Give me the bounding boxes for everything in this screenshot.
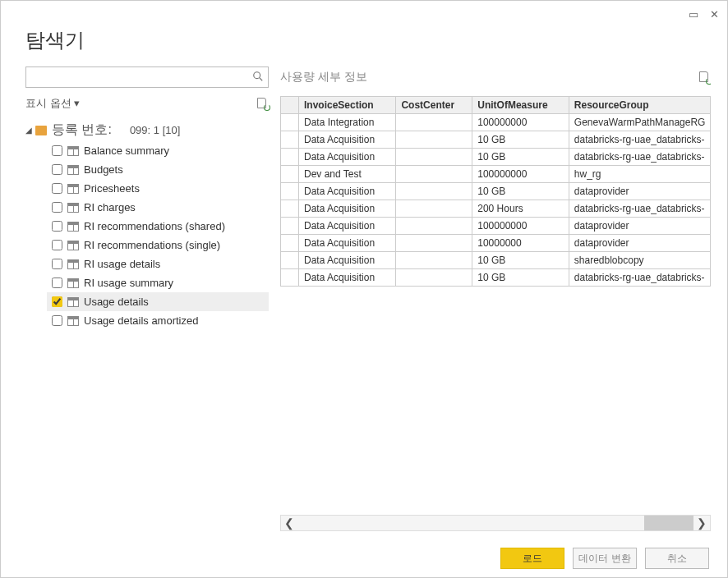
load-button[interactable]: 로드 bbox=[500, 548, 564, 569]
preview-refresh-icon[interactable] bbox=[699, 71, 711, 83]
titlebar: ▭ ✕ bbox=[1, 1, 727, 27]
maximize-icon[interactable]: ▭ bbox=[689, 8, 698, 21]
scroll-thumb[interactable] bbox=[644, 516, 693, 530]
tree-item[interactable]: RI charges bbox=[47, 198, 269, 217]
table-row[interactable]: Data Acquisition10000000dataprovider bbox=[281, 235, 711, 252]
table-cell bbox=[396, 269, 472, 287]
tree-item[interactable]: Usage details bbox=[47, 292, 269, 311]
table-cell: databricks-rg-uae_databricks- bbox=[569, 149, 710, 166]
table-cell: 10 GB bbox=[472, 149, 569, 166]
table-icon bbox=[67, 222, 79, 232]
scroll-right-icon[interactable]: ❯ bbox=[693, 516, 710, 530]
tree-item[interactable]: Balance summary bbox=[47, 141, 269, 160]
table-cell: sharedblobcopy bbox=[569, 252, 710, 269]
table-cell bbox=[396, 114, 472, 131]
tree-item[interactable]: RI recommendations (shared) bbox=[47, 217, 269, 236]
tree-item-label: RI usage details bbox=[84, 258, 160, 270]
column-header[interactable]: CostCenter bbox=[396, 97, 472, 114]
tree-item-label: Balance summary bbox=[84, 144, 169, 157]
table-row[interactable]: Data Acquisition10 GBdatabricks-rg-uae_d… bbox=[281, 149, 711, 166]
table-cell: Data Acquisition bbox=[299, 149, 396, 166]
table-cell: 10 GB bbox=[472, 131, 569, 149]
tree-item-checkbox[interactable] bbox=[52, 315, 62, 326]
table-cell: Data Acquisition bbox=[299, 235, 396, 252]
table-icon bbox=[67, 297, 79, 307]
table-cell: Data Acquisition bbox=[299, 131, 396, 149]
column-header[interactable]: UnitOfMeasure bbox=[472, 97, 569, 114]
table-row[interactable]: Data Acquisition100000000dataprovider bbox=[281, 218, 711, 235]
tree-item-checkbox[interactable] bbox=[52, 164, 62, 175]
table-row[interactable]: Data Acquisition200 Hoursdatabricks-rg-u… bbox=[281, 200, 711, 218]
row-index-header bbox=[281, 97, 299, 114]
tree-item-label: Pricesheets bbox=[84, 182, 140, 195]
search-box[interactable] bbox=[25, 67, 269, 88]
tree-item[interactable]: Pricesheets bbox=[47, 179, 269, 198]
row-index-cell bbox=[281, 200, 299, 218]
transform-button[interactable]: 데이터 변환 bbox=[573, 548, 637, 569]
horizontal-scrollbar[interactable]: ❮ ❯ bbox=[280, 515, 711, 531]
tree-item-checkbox[interactable] bbox=[52, 145, 62, 156]
footer: 로드 데이터 변환 취소 bbox=[1, 534, 727, 569]
search-input[interactable] bbox=[30, 71, 252, 84]
table-icon bbox=[67, 278, 79, 288]
left-panel: 표시 옵션 ▾ ◢ 등록 번호: 099: 1 [10] Balance sum… bbox=[25, 67, 280, 531]
row-index-cell bbox=[281, 166, 299, 183]
table-cell bbox=[396, 166, 472, 183]
table-cell: 100000000 bbox=[472, 166, 569, 183]
preview-title: 사용량 세부 정보 bbox=[280, 70, 367, 85]
column-header[interactable]: InvoiceSection bbox=[299, 97, 396, 114]
tree-item-checkbox[interactable] bbox=[52, 296, 62, 307]
table-cell: 10 GB bbox=[472, 252, 569, 269]
table-row[interactable]: Data Acquisition10 GBsharedblobcopy bbox=[281, 252, 711, 269]
tree-item-checkbox[interactable] bbox=[52, 221, 62, 232]
tree-root[interactable]: ◢ 등록 번호: 099: 1 [10] bbox=[25, 119, 269, 141]
table-row[interactable]: Data Acquisition10 GBdataprovider bbox=[281, 183, 711, 200]
table-cell: Data Integration bbox=[299, 114, 396, 131]
tree-item-checkbox[interactable] bbox=[52, 240, 62, 250]
tree-item-label: RI charges bbox=[84, 201, 136, 213]
tree-item-checkbox[interactable] bbox=[52, 259, 62, 269]
table-row[interactable]: Dev and Test100000000hw_rg bbox=[281, 166, 711, 183]
close-icon[interactable]: ✕ bbox=[710, 8, 719, 21]
table-row[interactable]: Data Acquisition10 GBdatabricks-rg-uae_d… bbox=[281, 131, 711, 149]
tree-item-label: RI recommendations (shared) bbox=[84, 220, 225, 232]
scroll-track[interactable] bbox=[297, 516, 693, 530]
tree-item[interactable]: RI usage details bbox=[47, 255, 269, 273]
table-cell: dataprovider bbox=[569, 235, 710, 252]
refresh-icon[interactable] bbox=[257, 98, 269, 109]
tree-item[interactable]: RI recommendations (single) bbox=[47, 236, 269, 255]
table-cell bbox=[396, 200, 472, 218]
tree-item[interactable]: Usage details amortized bbox=[47, 311, 269, 330]
tree: ◢ 등록 번호: 099: 1 [10] Balance summaryBudg… bbox=[25, 119, 269, 330]
tree-item-checkbox[interactable] bbox=[52, 202, 62, 213]
tree-item-label: Usage details bbox=[84, 296, 149, 308]
display-options[interactable]: 표시 옵션 ▾ bbox=[25, 96, 80, 111]
table-cell: databricks-rg-uae_databricks- bbox=[569, 131, 710, 149]
table-cell: Dev and Test bbox=[299, 166, 396, 183]
table-cell: GenevaWarmPathManageRG bbox=[569, 114, 710, 131]
tree-item[interactable]: Budgets bbox=[47, 160, 269, 179]
table-cell: 200 Hours bbox=[472, 200, 569, 218]
table-cell: 100000000 bbox=[472, 218, 569, 235]
tree-item-checkbox[interactable] bbox=[52, 278, 62, 288]
collapse-icon[interactable]: ◢ bbox=[25, 126, 32, 135]
row-index-cell bbox=[281, 252, 299, 269]
preview-table: InvoiceSectionCostCenterUnitOfMeasureRes… bbox=[280, 96, 711, 287]
search-icon[interactable] bbox=[252, 71, 264, 85]
column-header[interactable]: ResourceGroup bbox=[569, 97, 710, 114]
scroll-left-icon[interactable]: ❮ bbox=[281, 516, 297, 530]
table-row[interactable]: Data Acquisition10 GBdatabricks-rg-uae_d… bbox=[281, 269, 711, 287]
table-row[interactable]: Data Integration100000000GenevaWarmPathM… bbox=[281, 114, 711, 131]
table-cell bbox=[396, 149, 472, 166]
row-index-cell bbox=[281, 114, 299, 131]
folder-icon bbox=[35, 126, 47, 135]
table-cell bbox=[396, 183, 472, 200]
tree-item-checkbox[interactable] bbox=[52, 183, 62, 194]
table-cell: 10 GB bbox=[472, 183, 569, 200]
table-icon bbox=[67, 241, 79, 250]
cancel-button[interactable]: 취소 bbox=[645, 548, 709, 569]
table-cell: Data Acquisition bbox=[299, 200, 396, 218]
table-icon bbox=[67, 316, 79, 326]
table-cell: databricks-rg-uae_databricks- bbox=[569, 269, 710, 287]
tree-item[interactable]: RI usage summary bbox=[47, 273, 269, 292]
